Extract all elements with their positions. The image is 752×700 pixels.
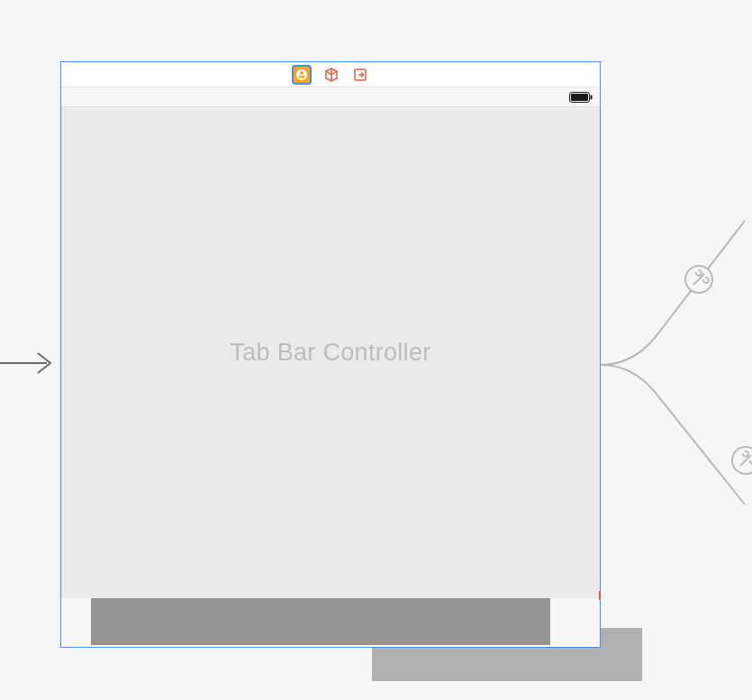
tab-bar-controller-scene[interactable]: Tab Bar Controller — [60, 61, 601, 648]
tab-bar[interactable] — [61, 598, 600, 645]
constraint-indicator-icon — [599, 591, 601, 600]
tab-bar-section-right — [550, 598, 600, 645]
storyboard-entry-arrow[interactable] — [0, 350, 60, 377]
scene-content-area[interactable]: Tab Bar Controller — [61, 107, 600, 598]
battery-full-icon — [569, 92, 593, 103]
tab-bar-section-middle — [91, 598, 550, 645]
segue-connection-2[interactable] — [601, 365, 752, 527]
controller-placeholder-label: Tab Bar Controller — [231, 339, 431, 367]
device-status-bar — [61, 87, 600, 107]
exit-icon[interactable] — [351, 66, 369, 84]
svg-rect-6 — [571, 94, 588, 101]
view-controller-icon[interactable] — [292, 65, 312, 85]
first-responder-icon[interactable] — [322, 66, 340, 84]
svg-rect-7 — [591, 95, 593, 99]
svg-point-2 — [300, 71, 304, 75]
svg-rect-3 — [299, 76, 305, 78]
svg-point-9 — [732, 447, 752, 474]
tab-bar-section-left — [61, 598, 91, 645]
segue-connection-1[interactable] — [601, 207, 752, 374]
scene-dock[interactable] — [61, 62, 600, 87]
